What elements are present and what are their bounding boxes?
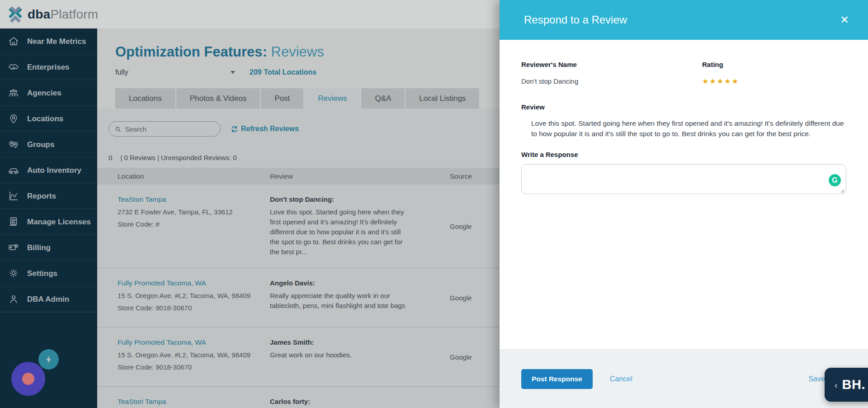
review-full-text: Love this spot. Started going here when … <box>531 118 846 139</box>
modal-body: Reviewer's Name Rating Don't stop Dancin… <box>500 61 868 196</box>
bh-widget-label: BH. <box>842 377 865 392</box>
cancel-button[interactable]: Cancel <box>610 375 632 383</box>
post-response-button[interactable]: Post Response <box>521 369 593 389</box>
modal-title: Respond to a Review <box>524 14 627 26</box>
review-section-label: Review <box>521 103 846 111</box>
grammarly-icon[interactable]: G <box>829 174 841 186</box>
reviewer-name-value: Don't stop Dancing <box>521 77 702 85</box>
modal-field-labels: Reviewer's Name Rating <box>521 61 846 68</box>
rating-stars: ★★★★★ <box>702 78 846 85</box>
respond-review-modal: Respond to a Review ✕ Reviewer's Name Ra… <box>500 0 868 408</box>
rating-label: Rating <box>702 61 846 68</box>
modal-header: Respond to a Review ✕ <box>500 0 868 40</box>
modal-footer: Post Response Cancel Save a <box>500 349 868 408</box>
chevron-left-icon: ‹ <box>835 380 838 389</box>
response-textarea[interactable] <box>521 164 846 194</box>
modal-field-values: Don't stop Dancing ★★★★★ <box>521 77 846 85</box>
reviewer-name-label: Reviewer's Name <box>521 61 702 68</box>
response-field-wrapper: G <box>521 164 846 196</box>
resize-handle-icon[interactable] <box>840 189 844 193</box>
close-icon[interactable]: ✕ <box>840 14 849 25</box>
write-response-label: Write a Response <box>521 151 846 158</box>
app-window: dbaPlatform Near Me Metrics Enterprises … <box>0 0 868 408</box>
bh-support-widget[interactable]: ‹ BH. <box>825 368 868 402</box>
